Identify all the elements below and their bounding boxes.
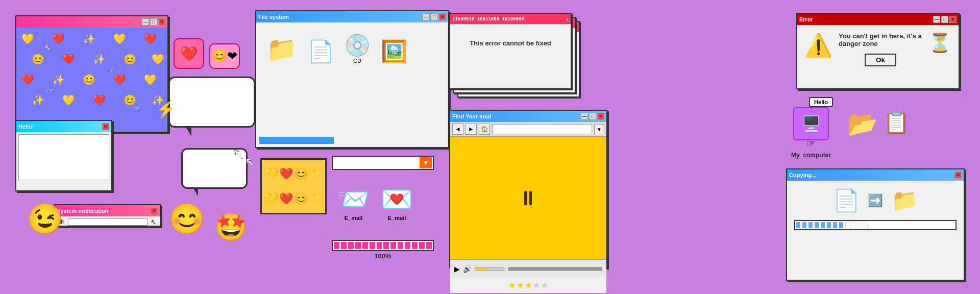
binary-text-1: 11000010 10011000 10100000 [452, 16, 524, 21]
pattern-window-controls[interactable]: — □ ✕ [142, 18, 165, 26]
pattern-window-content: 💛 ❤️ ✨ 💛 ❤️ 😊 ❤️ ✨ 😊 💛 ❤️ ✨ 😊 ❤️ 💛 ✨ 💛 ❤… [16, 28, 167, 132]
hello-close[interactable]: ✕ [102, 123, 109, 130]
my-computer-label: My_computer [791, 152, 831, 159]
cprog2 [802, 222, 806, 228]
copying-content: 📄 ➡️ 📁 [787, 181, 964, 237]
file-icons-row: 📁 📄 💿 CD 🖼️ [261, 28, 443, 69]
document-file-icon: 📄 [307, 39, 334, 64]
pattern-win-maximize[interactable]: □ [150, 18, 157, 26]
seg14 [426, 242, 432, 249]
seg2 [341, 242, 347, 249]
browser-controls[interactable]: — □ ✕ [581, 113, 604, 120]
sysnotif-close[interactable]: ✕ [151, 207, 158, 214]
seek-bar[interactable] [508, 267, 602, 271]
heart-notification: ❤️ [174, 38, 204, 69]
cprog4 [815, 222, 819, 228]
sysnotif-title: System notification [57, 208, 108, 214]
error-minimize[interactable]: — [933, 16, 940, 23]
fs-scrollbar[interactable] [259, 137, 445, 144]
cprog10 [851, 222, 855, 228]
progress-area: 100% [332, 240, 434, 260]
copy-icons-row: 📄 ➡️ 📁 [833, 188, 918, 213]
hello-title: Hello! [18, 124, 34, 130]
seg6 [370, 242, 375, 249]
progress-bar [332, 240, 434, 251]
cprog1 [796, 222, 800, 228]
sysnotif-titlebar: System notification ✕ [55, 205, 160, 216]
pattern-emoji-17: 💛 [62, 94, 75, 106]
error-ok-button[interactable]: Ok [865, 54, 896, 66]
thumb-emoji-4: ✨ [309, 167, 323, 181]
browser-forward[interactable]: ► [465, 124, 477, 135]
cprog5 [821, 222, 825, 228]
browser-address-bar[interactable] [492, 124, 592, 134]
cursor-arrow-1: ↖ [232, 145, 244, 162]
seg8 [383, 242, 389, 249]
cd-icon: 💿 [344, 33, 371, 58]
error-dialog-window: Error — □ ✕ ⚠️ You can't get in here, it… [796, 13, 960, 89]
volume-fill [475, 268, 487, 270]
play-btn[interactable]: ▶ [454, 265, 460, 273]
pattern-emoji-4: 💛 [113, 33, 126, 45]
copying-close[interactable]: ✕ [954, 172, 962, 179]
email-area: 📨 E_mail 💌 E_mail [337, 184, 413, 221]
pattern-emoji-15: 💛 [144, 74, 157, 86]
browser-maximize[interactable]: □ [589, 113, 596, 120]
sysnotif-controls[interactable]: ✕ [151, 207, 158, 214]
error-maximize[interactable]: □ [941, 16, 948, 23]
fs-close[interactable]: ✕ [439, 13, 446, 20]
pattern-win-minimize[interactable]: — [142, 18, 149, 26]
notif-input-box[interactable] [68, 218, 148, 226]
email-icon-1: 📨 E_mail [337, 184, 370, 221]
browser-close[interactable]: ✕ [597, 113, 604, 120]
copying-controls[interactable]: ✕ [954, 172, 962, 179]
browser-minimize[interactable]: — [581, 113, 588, 120]
browser-title: Find Your soul [452, 113, 491, 119]
error-dialog-titlebar: Error — □ ✕ [797, 14, 959, 25]
system-notification-window: System notification ✕ 👁 ↖ [54, 204, 161, 227]
cprog12 [864, 222, 868, 228]
filesystem-title: File system [258, 14, 289, 20]
pattern-win-close[interactable]: ✕ [158, 18, 165, 26]
pattern-emoji-2: ❤️ [52, 33, 65, 45]
error-dialog-controls[interactable]: — □ ✕ [933, 16, 957, 23]
fs-minimize[interactable]: — [423, 13, 430, 20]
fs-maximize[interactable]: □ [431, 13, 438, 20]
picture-icon: 🖼️ [381, 39, 407, 64]
cursor-arrow-2: ↖ [245, 156, 254, 169]
dropdown-bar[interactable]: ▼ [332, 156, 434, 170]
cd-label: CD [353, 58, 361, 64]
volume-icon: 🔊 [463, 265, 472, 273]
hello-titlebar: Hello! ✕ [16, 121, 111, 132]
dropdown-arrow[interactable]: ▼ [420, 157, 432, 168]
thumb-emoji-1: 💛 [264, 167, 278, 181]
browser-dropdown[interactable]: ▼ [594, 124, 604, 134]
browser-home[interactable]: 🏠 [479, 124, 490, 135]
filesystem-controls[interactable]: — □ ✕ [423, 13, 446, 20]
kawaii-heart-icon: 😊❤ [209, 43, 240, 69]
browser-star-1: ★ [508, 280, 516, 291]
hello-tooltip: Hello [809, 97, 833, 107]
pattern-thumbnail: 💛 ❤️ 😊 ✨ 💛 ❤️ 😊 ✨ [260, 158, 327, 214]
video-main-area: ⏸ [450, 137, 606, 259]
error-close[interactable]: ✕ [949, 16, 957, 23]
star-eyes-emoji: 🤩 [214, 212, 248, 243]
pattern-emoji-10: 💛 [152, 53, 164, 65]
copy-doc-icon: 📄 [833, 188, 860, 213]
copying-titlebar: Copying... ✕ [787, 169, 964, 181]
video-play-area: ⏸ ▶ 🔊 ★ ★ ★ ★ ★ [450, 137, 606, 293]
pattern-emoji-11: ❤️ [21, 74, 34, 86]
thumb-emoji-6: ❤️ [279, 192, 293, 206]
thumb-emoji-8: ✨ [309, 192, 323, 206]
computer-icon[interactable]: Hello 🖥️ [793, 107, 829, 140]
seg11 [405, 242, 410, 249]
copy-progress-bar [794, 220, 957, 230]
sysnotif-content: 👁 ↖ [55, 216, 160, 228]
hello-inner-box [18, 134, 109, 180]
copy-arrow-icon: ➡️ [868, 193, 883, 208]
volume-slider[interactable] [475, 267, 505, 271]
warning-triangle-icon: ⚠️ [804, 32, 832, 59]
browser-back[interactable]: ◄ [452, 124, 463, 135]
stacked-close-1[interactable]: ✕ [566, 16, 569, 22]
hello-controls[interactable]: ✕ [102, 123, 109, 130]
